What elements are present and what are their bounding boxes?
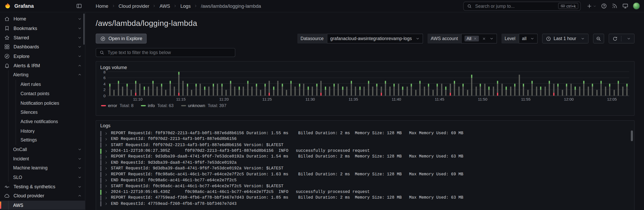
chevron-right-icon[interactable] bbox=[104, 137, 108, 141]
chevron-down-icon bbox=[78, 54, 82, 58]
sidebar-item-history[interactable]: History bbox=[0, 126, 85, 136]
clear-selection-icon[interactable] bbox=[482, 37, 486, 40]
log-filter-box[interactable] bbox=[96, 48, 235, 57]
sidebar-item-label: Testing & synthetics bbox=[13, 184, 55, 189]
volume-bar bbox=[308, 87, 309, 96]
log-message: REPORT RequestId: 47759ead-f260-4fb6-af7… bbox=[111, 196, 463, 200]
search-input[interactable] bbox=[474, 3, 556, 9]
help-button[interactable] bbox=[601, 3, 607, 9]
sidebar-item-active-notifications[interactable]: Active notifications bbox=[0, 117, 85, 126]
log-row[interactable]: START RequestId: f0c98a6c-ac41-46c1-bc77… bbox=[100, 183, 630, 189]
sidebar-item-explore[interactable]: Explore bbox=[0, 52, 85, 61]
tv-mode-button[interactable] bbox=[622, 3, 628, 9]
log-row[interactable]: REPORT RequestId: f0c98a6c-ac41-46c1-bc7… bbox=[100, 171, 630, 177]
add-button[interactable] bbox=[587, 3, 596, 9]
chevron-right-icon[interactable] bbox=[104, 190, 108, 194]
sidebar-item-label: Home bbox=[13, 17, 26, 21]
volume-bar bbox=[579, 87, 580, 96]
logs-volume-chart: 02468 11:1011:1511:2011:2511:3011:3511:4… bbox=[100, 72, 630, 102]
chevron-right-icon[interactable] bbox=[104, 132, 108, 135]
level-field: Level all bbox=[501, 34, 538, 43]
sidebar-item-contact-points[interactable]: Contact points bbox=[0, 89, 85, 98]
user-avatar[interactable] bbox=[633, 3, 640, 10]
log-row[interactable]: END RequestId: f0f970d2-2213-4af3-b0f1-8… bbox=[100, 136, 630, 142]
sidebar-item-settings[interactable]: Settings bbox=[0, 136, 85, 145]
chevron-right-icon[interactable] bbox=[104, 178, 108, 182]
chevron-right-icon[interactable] bbox=[104, 202, 108, 206]
log-row[interactable]: REPORT RequestId: f0f970d2-2213-4af3-b0f… bbox=[100, 131, 630, 137]
open-in-explore-button[interactable]: Open in Explore bbox=[96, 34, 147, 43]
time-range-picker[interactable]: Last 1 hour bbox=[542, 34, 588, 43]
volume-bar bbox=[333, 84, 335, 96]
log-row[interactable]: END RequestId: 47759ead-f260-4fb6-af78-b… bbox=[100, 201, 630, 207]
log-row[interactable]: 2024-11-22T10:05:45.430Z f0c98a6c-ac41-4… bbox=[100, 189, 630, 195]
volume-bar bbox=[303, 84, 304, 96]
breadcrumb-item-cloud-provider[interactable]: Cloud provider bbox=[119, 3, 149, 8]
selected-account-chip[interactable]: All bbox=[465, 36, 479, 41]
chevron-right-icon[interactable] bbox=[104, 196, 108, 200]
refresh-button[interactable] bbox=[609, 34, 634, 43]
chevron-right-icon[interactable] bbox=[104, 173, 108, 176]
log-row[interactable]: REPORT RequestId: 9d3dba39-daa8-4741-9f6… bbox=[100, 154, 630, 160]
log-row[interactable]: 2024-11-22T10:06:27.305Z f0f970d2-2213-4… bbox=[100, 148, 630, 154]
sidebar-item-oncall[interactable]: OnCall bbox=[0, 145, 85, 154]
logs-volume-plot[interactable] bbox=[108, 72, 629, 96]
sidebar-item-home[interactable]: Home bbox=[0, 14, 85, 24]
volume-bar bbox=[562, 90, 563, 96]
log-row[interactable]: END RequestId: 9d3dba39-daa8-4741-9f6f-7… bbox=[100, 160, 630, 166]
sidebar-scrollbar[interactable] bbox=[83, 13, 85, 45]
volume-bar bbox=[174, 87, 175, 96]
chevron-right-icon[interactable] bbox=[104, 143, 108, 147]
remove-chip-icon[interactable] bbox=[473, 37, 477, 40]
level-select[interactable]: all bbox=[519, 34, 538, 43]
chevron-right-icon[interactable] bbox=[104, 161, 108, 164]
log-filter-input[interactable] bbox=[107, 50, 232, 55]
sidebar-item-bookmarks[interactable]: Bookmarks bbox=[0, 24, 85, 33]
volume-bar bbox=[286, 90, 287, 96]
sidebar-item-label: Starred bbox=[13, 35, 29, 40]
sidebar-item-dashboards[interactable]: Dashboards bbox=[0, 42, 85, 52]
sidebar-item-silences[interactable]: Silences bbox=[0, 108, 85, 117]
search-box[interactable]: ctrl+k bbox=[463, 2, 581, 11]
chevron-right-icon[interactable] bbox=[104, 167, 108, 170]
sidebar-item-label: History bbox=[20, 128, 34, 133]
sidebar-item-incident[interactable]: Incident bbox=[0, 154, 85, 163]
sidebar-item-testing-synthetics[interactable]: Testing & synthetics bbox=[0, 182, 85, 191]
sidebar-item-alert-rules[interactable]: Alert rules bbox=[0, 80, 85, 89]
mega-menu-toggle-icon[interactable] bbox=[76, 3, 82, 9]
breadcrumb-item-logs[interactable]: Logs bbox=[180, 3, 191, 8]
log-row[interactable]: REPORT RequestId: 47759ead-f260-4fb6-af7… bbox=[100, 195, 630, 201]
breadcrumb-item-aws[interactable]: AWS bbox=[159, 3, 170, 8]
sidebar-item-aws[interactable]: AWS bbox=[0, 200, 85, 210]
sidebar-item-starred[interactable]: Starred bbox=[0, 33, 85, 42]
aws-account-select[interactable]: All bbox=[461, 34, 497, 43]
zoom-out-button[interactable] bbox=[593, 34, 604, 43]
news-button[interactable] bbox=[612, 3, 618, 9]
sidebar-item-slo[interactable]: SLO bbox=[0, 173, 85, 182]
volume-bar bbox=[411, 84, 412, 96]
sidebar-item-alerts-irm[interactable]: Alerts & IRM bbox=[0, 61, 85, 70]
chevron-right-icon[interactable] bbox=[104, 155, 108, 159]
volume-bar bbox=[182, 81, 184, 96]
sidebar-item-machine-learning[interactable]: Machine learning bbox=[0, 163, 85, 173]
logs-scrollbar[interactable] bbox=[631, 131, 633, 141]
legend-item-error[interactable]: errorTotal: 8 bbox=[101, 103, 133, 108]
sidebar-item-notification-policies[interactable]: Notification policies bbox=[0, 98, 85, 108]
active-indicator bbox=[0, 201, 1, 209]
log-row[interactable]: START RequestId: f0f970d2-2213-4af3-b0f1… bbox=[100, 142, 630, 148]
legend-label: error bbox=[108, 103, 117, 108]
chevron-right-icon[interactable] bbox=[104, 184, 108, 188]
log-row[interactable]: END RequestId: f0c98a6c-ac41-46c1-bc77-e… bbox=[100, 177, 630, 183]
x-tick-label: 12:00 bbox=[564, 97, 574, 101]
log-row[interactable]: START RequestId: 9d3dba39-daa8-4741-9f6f… bbox=[100, 166, 630, 172]
sidebar-item-label: Alert rules bbox=[20, 82, 41, 87]
chevron-right-icon[interactable] bbox=[104, 149, 108, 153]
legend-item-info[interactable]: infoTotal: 63 bbox=[141, 103, 173, 108]
volume-bar bbox=[109, 84, 111, 96]
legend-item-unknown[interactable]: unknownTotal: 397 bbox=[181, 103, 226, 108]
sidebar-item-alerting[interactable]: Alerting bbox=[0, 70, 85, 80]
datasource-select[interactable]: grafanacloud-awsintegrationrevamp-logs bbox=[327, 34, 423, 43]
sidebar-item-cloud-provider[interactable]: Cloud provider bbox=[0, 191, 85, 201]
breadcrumb-item-home[interactable]: Home bbox=[96, 3, 108, 8]
filter-controls: Datasource grafanacloud-awsintegrationre… bbox=[297, 34, 634, 43]
